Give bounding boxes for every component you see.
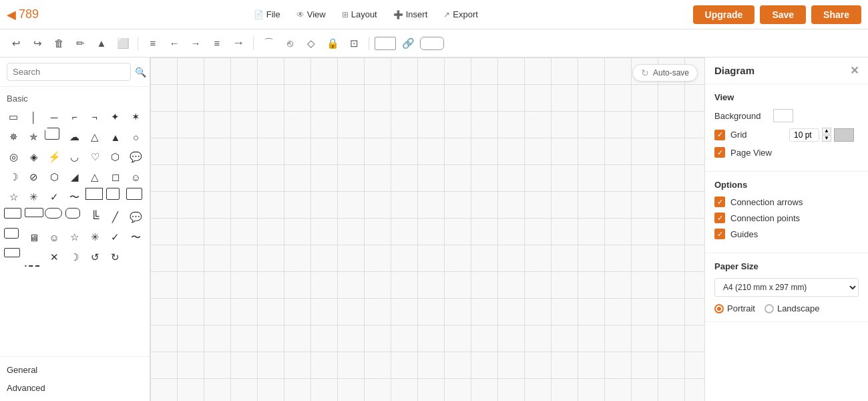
- connection-points-checkbox[interactable]: [714, 213, 725, 223]
- pen-button[interactable]: ✏: [71, 34, 89, 53]
- grid-down-button[interactable]: ▼: [822, 135, 831, 142]
- shape-triangle-filled[interactable]: ▲: [106, 128, 125, 146]
- clear-button[interactable]: ◇: [302, 34, 320, 53]
- shape-rect2[interactable]: [106, 188, 120, 200]
- shape-line-diag[interactable]: ╱: [106, 208, 125, 227]
- menu-insert[interactable]: ➕ Insert: [387, 7, 435, 22]
- grid-checkbox[interactable]: [714, 130, 725, 140]
- sidebar-advanced[interactable]: Advanced: [0, 379, 150, 397]
- shape-star5[interactable]: ✯: [25, 128, 43, 146]
- shape-rect4[interactable]: [4, 208, 21, 219]
- shape-drop[interactable]: ◈: [25, 148, 43, 166]
- arrow-left-button[interactable]: ←: [165, 34, 184, 53]
- shape-cloud[interactable]: ☁: [65, 128, 84, 146]
- shape-corner2[interactable]: ⌐: [85, 108, 104, 126]
- shape-callout1[interactable]: 💬: [126, 208, 145, 227]
- expand-button[interactable]: ⊡: [345, 34, 363, 53]
- shape-sun[interactable]: ✳: [85, 228, 104, 247]
- shape-star6[interactable]: ✶: [126, 108, 145, 126]
- landscape-option[interactable]: Landscape: [765, 303, 820, 313]
- canvas-area[interactable]: ↻ Auto-save: [150, 57, 704, 401]
- shape-stadium[interactable]: [45, 208, 62, 219]
- save-button[interactable]: Save: [760, 5, 806, 24]
- page-view-checkbox[interactable]: [714, 147, 725, 158]
- shape-speech[interactable]: 💬: [126, 148, 145, 166]
- paper-size-select[interactable]: A4 (210 mm x 297 mm) A3 (297 mm x 420 mm…: [714, 278, 859, 297]
- link-button[interactable]: 🔗: [399, 34, 417, 53]
- shape-squiggle[interactable]: 〜: [126, 228, 145, 247]
- landscape-radio[interactable]: [765, 304, 774, 313]
- rect-outline-button[interactable]: [375, 37, 396, 50]
- menu-export[interactable]: ↗ Export: [437, 7, 485, 22]
- grid-color-swatch[interactable]: [834, 128, 854, 142]
- portrait-radio[interactable]: [714, 304, 724, 313]
- shape-cube[interactable]: ⬡: [106, 148, 125, 166]
- arrow-right-button[interactable]: →: [186, 34, 205, 53]
- shape-wave[interactable]: 〜: [65, 188, 84, 207]
- background-color-swatch[interactable]: [773, 109, 793, 122]
- shape-hexagon[interactable]: ⬡: [45, 168, 63, 186]
- shape-check2[interactable]: ✓: [106, 228, 125, 247]
- shape-hline[interactable]: ─: [45, 108, 63, 126]
- redo-button[interactable]: ↪: [28, 34, 47, 53]
- shape-triangle-outline[interactable]: △: [85, 128, 104, 146]
- menu-layout[interactable]: ⊞ Layout: [335, 7, 384, 22]
- shape-circle2[interactable]: ◎: [4, 148, 23, 166]
- shape-small-rect[interactable]: [4, 248, 20, 257]
- line-button[interactable]: ≡: [208, 34, 226, 53]
- grid-value-input[interactable]: [789, 128, 819, 142]
- shape-star4[interactable]: ✦: [106, 108, 125, 126]
- shape-no[interactable]: ⊘: [25, 168, 43, 186]
- shape-stadium2[interactable]: [65, 208, 80, 219]
- lock-button[interactable]: 🔒: [323, 34, 342, 53]
- shape-callout-l[interactable]: ╚: [85, 208, 104, 227]
- line-style-button[interactable]: ≡: [144, 34, 162, 53]
- menu-file[interactable]: 📄 File: [247, 7, 287, 22]
- shape-rect5[interactable]: [25, 208, 43, 217]
- shape-monitor[interactable]: 🖥: [25, 228, 43, 247]
- guides-checkbox[interactable]: [714, 229, 725, 239]
- shape-c-shape[interactable]: ↺: [85, 248, 104, 267]
- shape-corner1[interactable]: ⌐: [65, 108, 84, 126]
- delete-button[interactable]: 🗑: [49, 34, 68, 53]
- shape-asterisk[interactable]: ✳: [25, 188, 43, 207]
- shape-square2[interactable]: ◻: [106, 168, 125, 186]
- shape-moon[interactable]: ☽: [4, 168, 23, 186]
- upgrade-button[interactable]: Upgrade: [693, 5, 755, 24]
- shape-star-outline[interactable]: ☆: [65, 228, 84, 247]
- back-button[interactable]: ◀ 789: [7, 7, 39, 22]
- shape-half-circle[interactable]: ◡: [65, 148, 84, 166]
- shape-lightning[interactable]: ⚡: [45, 148, 63, 166]
- shape-smile[interactable]: ☺: [45, 228, 63, 247]
- sidebar-general[interactable]: General: [0, 361, 150, 379]
- shape-rect3[interactable]: [126, 188, 142, 200]
- search-icon[interactable]: 🔍: [135, 67, 146, 78]
- shape-rect1[interactable]: [85, 188, 103, 200]
- shape-check[interactable]: ✓: [45, 188, 63, 207]
- fill-button[interactable]: ▲: [92, 34, 111, 53]
- shape-face[interactable]: ☺: [126, 168, 145, 186]
- shape-dotline[interactable]: [25, 248, 41, 267]
- shape-callout2[interactable]: [4, 228, 19, 239]
- rounded-rect-button[interactable]: [420, 37, 444, 50]
- shape-circle[interactable]: ○: [126, 128, 145, 146]
- shape-rect[interactable]: ▭: [4, 108, 23, 126]
- waypoint-button[interactable]: ⌒: [259, 34, 278, 53]
- share-button[interactable]: Share: [811, 5, 861, 24]
- shape-vline[interactable]: │: [25, 108, 43, 126]
- panel-close-button[interactable]: ✕: [850, 64, 859, 77]
- shape-heart[interactable]: ♡: [85, 148, 104, 166]
- clone-button[interactable]: ⎋: [280, 34, 299, 53]
- grid-up-button[interactable]: ▲: [822, 128, 831, 134]
- shape-star-5pt[interactable]: ☆: [4, 188, 23, 207]
- search-input[interactable]: [7, 63, 131, 81]
- menu-view[interactable]: 👁 View: [290, 7, 333, 22]
- connection-arrows-checkbox[interactable]: [714, 196, 725, 207]
- portrait-option[interactable]: Portrait: [714, 303, 755, 313]
- undo-button[interactable]: ↩: [7, 34, 25, 53]
- shape-star8[interactable]: ✵: [4, 128, 23, 146]
- shape-rect-cut[interactable]: [45, 128, 59, 140]
- shape-button[interactable]: ⬜: [114, 34, 132, 53]
- shape-x[interactable]: ✕: [45, 248, 63, 267]
- curved-button[interactable]: →: [229, 34, 248, 53]
